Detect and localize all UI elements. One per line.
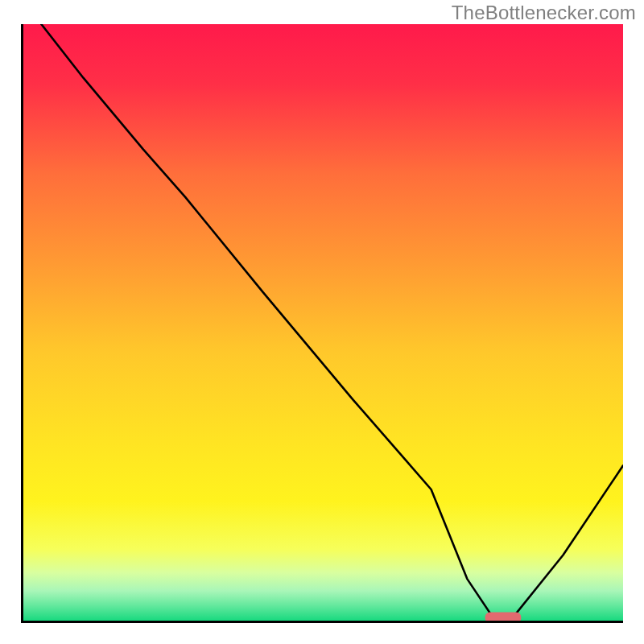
chart-svg	[23, 24, 623, 621]
optimum-marker	[485, 613, 522, 621]
chart-root: TheBottlenecker.com	[0, 0, 644, 644]
watermark-text: TheBottlenecker.com	[452, 2, 636, 24]
